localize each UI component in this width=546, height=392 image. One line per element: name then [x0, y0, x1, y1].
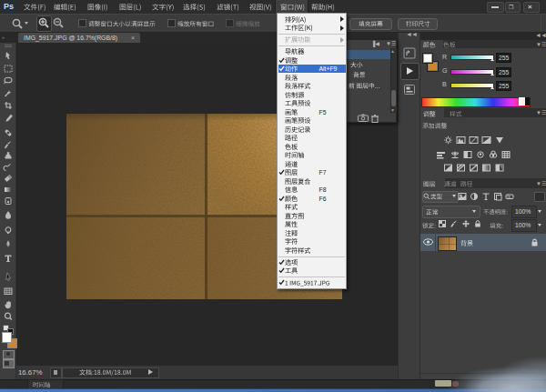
svg-text:fx: fx [507, 194, 511, 199]
